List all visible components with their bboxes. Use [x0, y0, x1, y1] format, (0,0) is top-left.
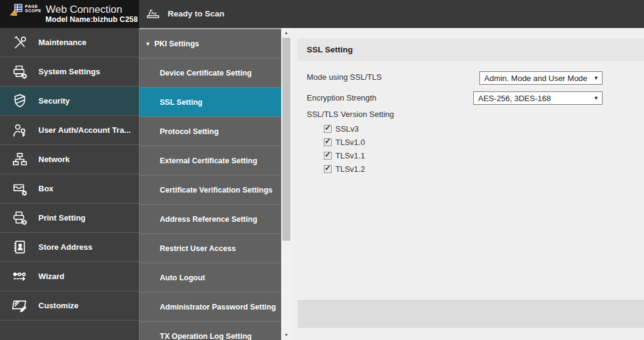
wizard-steps-icon: [10, 268, 29, 285]
check-icon: ✓: [324, 136, 331, 146]
mode-using-ssl-tls-label: Mode using SSL/TLS: [307, 73, 382, 81]
address-book-icon: [10, 239, 29, 255]
submenu-item-label: Restrict User Access: [160, 244, 236, 253]
tools-icon: [10, 34, 29, 51]
tlsv1-0-option-row: ✓ TLSv1.0: [324, 137, 365, 147]
brand-line-page: PAGE: [25, 4, 41, 9]
security-submenu: ▼ PKI Settings Device Certificate Settin…: [139, 28, 281, 340]
sidebar-item-system-settings[interactable]: System Settings: [0, 57, 139, 87]
main-content: SSL Setting Mode using SSL/TLS Admin. Mo…: [292, 28, 644, 340]
sidebar-item-label: Print Setting: [38, 213, 85, 222]
collapse-triangle-icon: ▼: [145, 41, 151, 47]
sslv3-checkbox[interactable]: ✓: [324, 125, 332, 133]
sidebar-item-print-setting[interactable]: Print Setting: [0, 204, 139, 233]
brand-line-scope: SCOPE: [25, 9, 41, 13]
select-value: AES-256, 3DES-168: [478, 94, 551, 103]
tlsv1-1-checkbox[interactable]: ✓: [324, 152, 332, 160]
submenu-group-pki-settings[interactable]: ▼ PKI Settings: [140, 29, 281, 58]
sidebar-item-label: System Settings: [38, 67, 100, 76]
scroll-up-arrow-icon[interactable]: ▲: [281, 30, 292, 35]
submenu-item-device-certificate-setting[interactable]: Device Certificate Setting: [140, 58, 281, 88]
tlsv1-2-option-row: ✓ TLSv1.2: [324, 164, 365, 174]
submenu-item-label: Auto Logout: [160, 274, 205, 282]
submenu-item-label: Certificate Verification Settings: [160, 186, 273, 194]
page-title-bar: SSL Setting: [298, 38, 644, 61]
box-gear-icon: [10, 180, 29, 197]
main-sidebar: Maintenance System Settings Security: [0, 28, 139, 340]
sidebar-item-label: Maintenance: [38, 38, 87, 47]
status-text: Ready to Scan: [168, 9, 224, 18]
check-icon: ✓: [324, 150, 331, 159]
submenu-item-restrict-user-access[interactable]: Restrict User Access: [140, 234, 281, 263]
submenu-scrollbar[interactable]: ▲ ▼: [281, 28, 292, 340]
submenu-item-label: Administrator Password Setting: [160, 303, 276, 311]
sidebar-item-label: Box: [38, 184, 54, 193]
submenu-item-tx-operation-log-setting[interactable]: TX Operation Log Setting: [140, 322, 281, 340]
submenu-item-auto-logout[interactable]: Auto Logout: [140, 263, 281, 292]
pagescope-logo-icon: [9, 3, 23, 18]
scrollbar-thumb[interactable]: [282, 38, 290, 241]
scroll-down-arrow-icon[interactable]: ▼: [281, 333, 292, 337]
submenu-item-label: External Certificate Setting: [160, 157, 257, 165]
customize-pen-icon: [10, 297, 29, 314]
checkbox-label: SSLv3: [335, 124, 359, 133]
sidebar-item-box[interactable]: Box: [0, 174, 139, 204]
sidebar-item-customize[interactable]: Customize: [0, 291, 139, 321]
brand-wordmark: PAGE SCOPE: [25, 4, 41, 13]
model-name: Model Name:bizhub C258: [46, 15, 138, 24]
checkbox-label: TLSv1.2: [335, 165, 365, 174]
checkbox-label: TLSv1.0: [335, 138, 365, 147]
sslv3-option-row: ✓ SSLv3: [324, 124, 359, 133]
submenu-item-label: Protocol Setting: [160, 127, 219, 136]
check-icon: ✓: [324, 163, 331, 172]
brand-area: PAGE SCOPE Web Connection Model Name:biz…: [0, 0, 139, 28]
ssl-tls-version-setting-label: SSL/TLS Version Setting: [307, 110, 394, 118]
content-footer-bar: [298, 300, 644, 328]
submenu-item-ssl-setting[interactable]: SSL Setting: [140, 88, 281, 117]
mode-using-ssl-tls-select[interactable]: Admin. Mode and User Mode ▼: [479, 71, 603, 85]
tlsv1-2-checkbox[interactable]: ✓: [324, 165, 332, 173]
submenu-item-external-certificate-setting[interactable]: External Certificate Setting: [140, 146, 281, 175]
submenu-item-label: Device Certificate Setting: [160, 69, 252, 77]
encryption-strength-label: Encryption Strength: [307, 94, 376, 102]
encryption-strength-select[interactable]: AES-256, 3DES-168 ▼: [473, 91, 603, 105]
printer-gear-icon: [10, 210, 29, 226]
copier-gear-icon: [10, 63, 29, 80]
user-key-icon: [10, 122, 29, 138]
sidebar-item-label: Store Address: [38, 243, 92, 252]
submenu-item-label: Address Reference Setting: [160, 215, 257, 224]
page-title: SSL Setting: [307, 45, 353, 54]
select-value: Admin. Mode and User Mode: [484, 74, 587, 83]
submenu-item-certificate-verification-settings[interactable]: Certificate Verification Settings: [140, 175, 281, 205]
check-icon: ✓: [324, 123, 331, 132]
sidebar-item-label: Customize: [38, 301, 79, 310]
sidebar-item-label: Security: [38, 96, 70, 105]
top-bar: PAGE SCOPE Web Connection Model Name:biz…: [0, 0, 644, 28]
device-status: Ready to Scan: [145, 5, 224, 21]
submenu-item-label: TX Operation Log Setting: [160, 332, 252, 340]
network-icon: [10, 151, 29, 168]
submenu-item-protocol-setting[interactable]: Protocol Setting: [140, 117, 281, 146]
scanner-ready-icon: [145, 5, 161, 21]
sidebar-item-network[interactable]: Network: [0, 145, 139, 174]
dropdown-arrow-icon: ▼: [593, 95, 599, 101]
submenu-group-label: PKI Settings: [154, 40, 199, 48]
app-title: Web Connection: [46, 3, 122, 16]
web-connection-app: PAGE SCOPE Web Connection Model Name:biz…: [0, 0, 644, 340]
submenu-item-administrator-password-setting[interactable]: Administrator Password Setting: [140, 292, 281, 322]
submenu-item-address-reference-setting[interactable]: Address Reference Setting: [140, 205, 281, 234]
shield-icon: [10, 93, 29, 109]
sidebar-item-label: Wizard: [38, 272, 65, 281]
dropdown-arrow-icon: ▼: [593, 75, 599, 81]
sidebar-item-user-auth[interactable]: User Auth/Account Tra...: [0, 116, 139, 145]
sidebar-item-maintenance[interactable]: Maintenance: [0, 28, 139, 57]
sidebar-item-wizard[interactable]: Wizard: [0, 262, 139, 291]
tlsv1-1-option-row: ✓ TLSv1.1: [324, 151, 365, 160]
sidebar-item-label: Network: [38, 155, 70, 164]
sidebar-item-store-address[interactable]: Store Address: [0, 233, 139, 262]
sidebar-item-security[interactable]: Security: [0, 87, 139, 116]
submenu-item-label: SSL Setting: [160, 98, 202, 107]
checkbox-label: TLSv1.1: [335, 151, 365, 160]
tlsv1-0-checkbox[interactable]: ✓: [324, 138, 332, 146]
sidebar-item-label: User Auth/Account Tra...: [38, 126, 131, 135]
